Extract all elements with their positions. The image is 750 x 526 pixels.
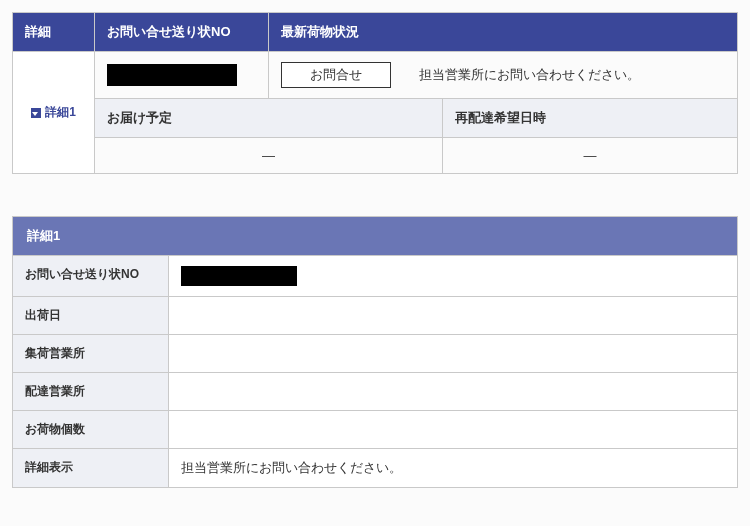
label-pickup-office: 集荷営業所 [13, 335, 169, 373]
redelivery-value: — [443, 138, 738, 174]
label-tracking-no: お問い合せ送り状NO [13, 256, 169, 297]
inquiry-button[interactable]: お問合せ [281, 62, 391, 88]
status-message: 担当営業所にお問い合わせください。 [419, 66, 640, 84]
summary-table: 詳細 お問い合せ送り状NO 最新荷物状況 詳細1 お問合せ 担当営業所にお問 [12, 12, 738, 174]
header-tracking-no: お問い合せ送り状NO [95, 13, 269, 52]
expand-icon [31, 108, 41, 118]
value-package-count [169, 411, 738, 449]
label-ship-date: 出荷日 [13, 297, 169, 335]
label-delivery-office: 配達営業所 [13, 373, 169, 411]
value-detail-display: 担当営業所にお問い合わせください。 [169, 449, 738, 488]
label-detail-display: 詳細表示 [13, 449, 169, 488]
header-delivery-plan: お届け予定 [95, 99, 443, 138]
detail-panel-title: 詳細1 [12, 216, 738, 255]
detail-link-label: 詳細1 [45, 104, 76, 121]
redacted-tracking-no-detail [181, 266, 297, 286]
value-ship-date [169, 297, 738, 335]
redacted-tracking-no [107, 64, 237, 86]
status-cell: お問合せ 担当営業所にお問い合わせください。 [269, 52, 738, 99]
header-latest-status: 最新荷物状況 [269, 13, 738, 52]
header-detail: 詳細 [13, 13, 95, 52]
value-pickup-office [169, 335, 738, 373]
label-package-count: お荷物個数 [13, 411, 169, 449]
value-delivery-office [169, 373, 738, 411]
detail-link-cell: 詳細1 [13, 52, 95, 174]
detail-table: お問い合せ送り状NO 出荷日 集荷営業所 配達営業所 お荷物個数 詳細表示 担当… [12, 255, 738, 488]
value-tracking-no [169, 256, 738, 297]
tracking-no-value [95, 52, 269, 99]
detail-link[interactable]: 詳細1 [31, 104, 76, 121]
delivery-plan-value: — [95, 138, 443, 174]
header-redelivery: 再配達希望日時 [443, 99, 738, 138]
